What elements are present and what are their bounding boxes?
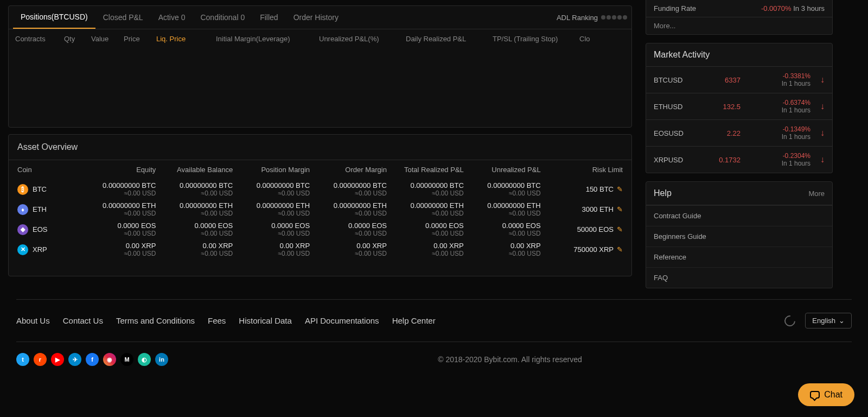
col-total-realized: Total Realized P&L <box>387 166 464 174</box>
asset-value: 0.0000 EOS≈0.00 USD <box>464 222 541 237</box>
market-price: 6337 <box>703 76 741 84</box>
language-label: English <box>812 317 835 325</box>
risk-limit-cell: 50000 EOS ✎ <box>541 225 623 233</box>
asset-value: 0.00000000 BTC≈0.00 USD <box>387 181 464 197</box>
help-title: Help <box>654 188 672 198</box>
xrp-icon: ✕ <box>17 244 28 255</box>
coin-symbol: XRP <box>33 245 47 254</box>
funding-rate-label: Funding Rate <box>654 4 696 12</box>
col-daily-realized: Daily Realized P&L <box>406 35 493 43</box>
social-icon[interactable]: M <box>120 353 133 366</box>
market-symbol: ETHUSD <box>654 103 703 111</box>
asset-value: 0.00 XRP≈0.00 USD <box>233 242 310 257</box>
edit-icon[interactable]: ✎ <box>617 245 623 254</box>
funding-rate-row: Funding Rate -0.0070% In 3 hours <box>646 0 833 17</box>
asset-value: 0.00 XRP≈0.00 USD <box>387 242 464 257</box>
btc-icon: ₿ <box>17 184 28 195</box>
social-icon[interactable]: in <box>155 353 168 366</box>
adl-ranking: ADL Ranking <box>557 14 627 22</box>
help-item[interactable]: Contract Guide <box>646 205 832 226</box>
market-change: -0.3381%In 1 hours <box>741 72 810 87</box>
funding-rate-time: In 3 hours <box>793 4 825 12</box>
copyright: © 2018-2020 Bybit.com. All rights reserv… <box>438 355 582 364</box>
market-change: -0.2304%In 1 hours <box>741 152 810 167</box>
chat-button[interactable]: Chat <box>798 383 854 406</box>
market-price: 2.22 <box>703 129 741 137</box>
help-item[interactable]: Beginners Guide <box>646 226 832 247</box>
risk-limit-cell: 3000 ETH ✎ <box>541 205 623 213</box>
language-selector[interactable]: English ⌄ <box>805 313 852 328</box>
asset-value: 0.00000000 ETH≈0.00 USD <box>233 201 310 217</box>
social-icon[interactable]: t <box>16 353 29 366</box>
footer-links: About UsContact UsTerms and ConditionsFe… <box>16 313 852 328</box>
asset-row: ♦ ETH 0.00000000 ETH≈0.00 USD0.00000000 … <box>9 199 631 219</box>
asset-row: ◆ EOS 0.0000 EOS≈0.00 USD0.0000 EOS≈0.00… <box>9 219 631 239</box>
chat-label: Chat <box>824 390 843 400</box>
footer-link[interactable]: Help Center <box>392 316 436 325</box>
col-position-margin: Position Margin <box>233 166 310 174</box>
asset-value: 0.00000000 BTC≈0.00 USD <box>156 181 233 197</box>
social-icon[interactable]: r <box>34 353 47 366</box>
asset-value: 0.00 XRP≈0.00 USD <box>464 242 541 257</box>
asset-row: ✕ XRP 0.00 XRP≈0.00 USD0.00 XRP≈0.00 USD… <box>9 239 631 260</box>
market-symbol: BTCUSD <box>654 76 703 84</box>
footer-link[interactable]: Fees <box>208 316 226 325</box>
social-icon[interactable]: ✈ <box>68 353 81 366</box>
tab-closed-pnl[interactable]: Closed P&L <box>95 7 151 28</box>
asset-value: 0.0000 EOS≈0.00 USD <box>79 222 156 237</box>
edit-icon[interactable]: ✎ <box>617 225 623 233</box>
funding-rate-value: -0.0070% <box>761 4 792 12</box>
footer-link[interactable]: Contact Us <box>63 316 103 325</box>
theme-toggle-icon[interactable] <box>782 313 797 328</box>
arrow-down-icon: ↓ <box>820 102 825 111</box>
market-symbol: EOSUSD <box>654 129 703 137</box>
eos-icon: ◆ <box>17 224 28 235</box>
market-price: 132.5 <box>703 103 741 111</box>
footer-link[interactable]: About Us <box>16 316 50 325</box>
asset-value: 0.00 XRP≈0.00 USD <box>79 242 156 257</box>
footer-link[interactable]: Terms and Conditions <box>116 316 195 325</box>
footer-link[interactable]: Historical Data <box>239 316 292 325</box>
market-item[interactable]: EOSUSD 2.22 -0.1349%In 1 hours ↓ <box>646 120 833 147</box>
social-icon[interactable]: ◐ <box>138 353 151 366</box>
coin-cell: ◆ EOS <box>17 224 79 235</box>
tab-conditional[interactable]: Conditional 0 <box>193 7 252 28</box>
col-order-margin: Order Margin <box>310 166 387 174</box>
asset-value: 0.00000000 ETH≈0.00 USD <box>79 201 156 217</box>
edit-icon[interactable]: ✎ <box>617 185 623 193</box>
tab-positions[interactable]: Positions(BTCUSD) <box>13 6 95 29</box>
tab-active[interactable]: Active 0 <box>151 7 193 28</box>
col-unrealized: Unrealized P&L <box>464 166 541 174</box>
asset-value: 0.00000000 BTC≈0.00 USD <box>233 181 310 197</box>
edit-icon[interactable]: ✎ <box>617 205 623 213</box>
col-close: Clo <box>579 35 590 43</box>
market-symbol: XRPUSD <box>654 156 703 164</box>
social-icon[interactable]: f <box>86 353 99 366</box>
help-item[interactable]: FAQ <box>646 267 832 288</box>
market-item[interactable]: XRPUSD 0.1732 -0.2304%In 1 hours ↓ <box>646 147 833 173</box>
chevron-down-icon: ⌄ <box>839 317 845 325</box>
asset-value: 0.00000000 BTC≈0.00 USD <box>464 181 541 197</box>
footer-link[interactable]: API Documentations <box>305 316 379 325</box>
asset-value: 0.0000 EOS≈0.00 USD <box>156 222 233 237</box>
coin-cell: ₿ BTC <box>17 184 79 195</box>
social-icon[interactable]: ◉ <box>103 353 116 366</box>
asset-value: 0.00000000 BTC≈0.00 USD <box>310 181 387 197</box>
asset-value: 0.00000000 ETH≈0.00 USD <box>156 201 233 217</box>
market-price: 0.1732 <box>703 156 741 164</box>
market-item[interactable]: ETHUSD 132.5 -0.6374%In 1 hours ↓ <box>646 93 833 120</box>
asset-value: 0.00000000 ETH≈0.00 USD <box>387 201 464 217</box>
social-icon[interactable]: ▶ <box>51 353 64 366</box>
help-title-row: Help More <box>646 181 833 205</box>
tab-order-history[interactable]: Order History <box>286 7 346 28</box>
coin-cell: ♦ ETH <box>17 204 79 215</box>
help-item[interactable]: Reference <box>646 247 832 267</box>
market-item[interactable]: BTCUSD 6337 -0.3381%In 1 hours ↓ <box>646 67 833 93</box>
col-unrealized-pnl: Unrealized P&L(%) <box>319 35 406 43</box>
asset-column-headers: Coin Equity Available Balance Position M… <box>9 160 631 179</box>
coin-symbol: BTC <box>33 185 47 193</box>
tab-filled[interactable]: Filled <box>252 7 285 28</box>
asset-value: 0.00 XRP≈0.00 USD <box>156 242 233 257</box>
more-link[interactable]: More... <box>646 17 833 35</box>
help-more-link[interactable]: More <box>808 189 825 198</box>
